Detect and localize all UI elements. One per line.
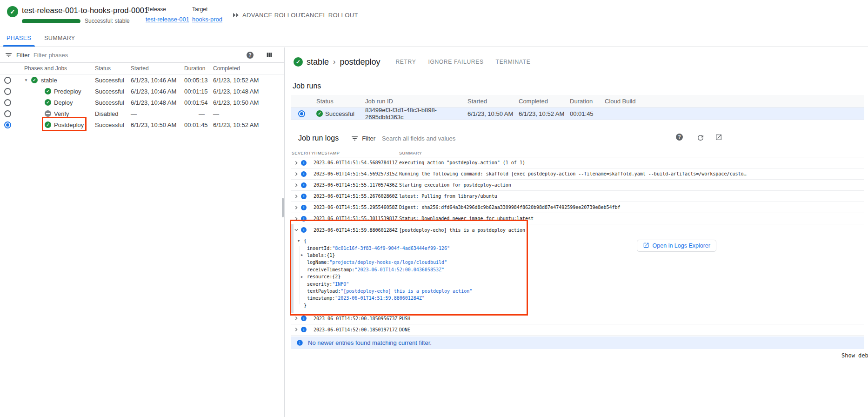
row-radio-deploy[interactable] [4,99,11,106]
collapse-chevron-icon[interactable] [294,228,299,232]
job-detail-panel: ✓ stable › postdeploy RETRYIGNORE FAILUR… [285,47,868,417]
json-key: receiveTimestamp: [307,267,354,272]
job-run-radio[interactable] [298,110,305,117]
phases-table-body: ▼✓stableSuccessful6/1/23, 10:46 AM00:05:… [0,74,284,130]
target-meta: Target hooks-prod [192,6,222,23]
phase-started: 6/1/23, 10:46 AM [131,77,184,84]
expand-chevron-icon[interactable] [294,172,299,176]
phase-duration: 00:01:45 [184,121,213,128]
collapse-toggle-icon[interactable]: ▼ [298,239,304,243]
job-runs-body: ✓Successful83499ef3-f3d1-48c3-b898-2695d… [291,108,864,120]
phases-help-icon[interactable]: ? [247,52,254,59]
json-value: {2} [332,274,341,279]
log-entry[interactable]: i2023-06-01T14:51:55.295546058ZDigest: s… [291,202,864,213]
expand-chevron-icon[interactable] [294,216,299,221]
table-row-verify[interactable]: VerifyDisabled——— [0,108,284,119]
log-entry[interactable]: i2023-06-01T14:51:55.301153981ZStatus: D… [291,213,864,224]
expand-toggle-icon[interactable]: ▶ [301,253,307,257]
success-icon: ✓ [45,88,51,94]
json-line: } [298,302,864,309]
logs-search-input[interactable] [382,135,577,142]
logs-help-icon[interactable]: ? [676,134,683,141]
phases-column-header: Started [131,65,184,72]
json-key: labels: [307,253,327,258]
release-link[interactable]: test-release-001 [146,16,189,23]
tab-summary[interactable]: SUMMARY [38,30,81,47]
phase-status: Disabled [95,110,131,117]
table-row-postdeploy[interactable]: ✓PostdeploySuccessful6/1/23, 10:50 AM00:… [0,119,284,130]
table-row-deploy[interactable]: ✓DeploySuccessful6/1/23, 10:48 AM00:01:5… [0,97,284,108]
refresh-icon[interactable] [696,134,705,142]
json-key: resource: [307,274,332,279]
log-entry[interactable]: i2023-06-01T14:51:59.880601284Z[postdepl… [291,224,864,235]
logs-column-header: SEVERITY [291,151,314,155]
phase-job-name: Postdeploy [54,121,84,128]
log-entry[interactable]: i2023-06-01T14:52:00.185019717ZDONE [291,324,864,336]
log-summary: [postdeploy-echo] this is a postdeploy a… [399,228,864,233]
logs-footer-notice: No newer entries found matching current … [291,336,864,349]
success-icon: ✓ [316,110,323,117]
breadcrumb-separator-icon: › [333,58,335,66]
target-label: Target [192,6,222,13]
log-timestamp: 2023-06-01T14:51:54.568978411Z [314,160,399,165]
log-summary: DONE [399,327,864,332]
job-run-logs-title: Job run logs [298,134,339,142]
column-settings-icon[interactable] [266,51,273,59]
log-timestamp: 2023-06-01T14:51:54.569257315Z [314,171,399,176]
open-in-logs-explorer-button[interactable]: Open in Logs Explorer [637,240,716,252]
filter-label: Filter [16,52,30,59]
row-radio-verify[interactable] [4,110,11,117]
ignore-failures-button[interactable]: IGNORE FAILURES [422,56,489,68]
expand-chevron-icon[interactable] [294,194,299,199]
log-entry[interactable]: i2023-06-01T14:51:54.569257315ZRunning t… [291,168,864,180]
tab-phases[interactable]: PHASES [0,30,38,47]
row-radio-predeploy[interactable] [4,88,11,95]
phase-started: 6/1/23, 10:46 AM [131,88,184,95]
log-entry-expanded: i2023-06-01T14:51:59.880601284Z[postdepl… [291,224,864,313]
expand-chevron-icon[interactable] [294,316,299,321]
row-radio-postdeploy[interactable] [4,121,11,128]
table-row-stable[interactable]: ▼✓stableSuccessful6/1/23, 10:46 AM00:05:… [0,74,284,86]
log-timestamp: 2023-06-01T14:51:55.301153981Z [314,216,399,221]
log-entry[interactable]: i2023-06-01T14:51:55.117057436ZStarting … [291,180,864,191]
phase-status: Successful [95,77,131,84]
info-severity-icon: i [301,160,307,166]
expand-chevron-icon[interactable] [294,183,299,188]
open-in-new-icon[interactable] [715,134,722,141]
show-debug-link[interactable]: Show debug p [841,352,864,359]
job-run-started: 6/1/23, 10:50 AM [467,110,519,117]
json-key: insertId: [307,246,332,251]
phase-completed: 6/1/23, 10:52 AM [213,77,284,84]
job-run-status: Successful [325,110,354,117]
json-value: {1} [327,253,335,258]
filter-phases-input[interactable] [33,52,243,59]
phase-duration: 00:01:15 [184,88,213,95]
log-entry[interactable]: i2023-06-01T14:51:55.267602860Zlatest: P… [291,191,864,202]
expand-chevron-icon[interactable] [294,205,299,210]
logs-filter-icon[interactable] [351,135,359,142]
collapse-arrow-icon[interactable]: ▼ [24,78,28,82]
job-detail-header: ✓ stable › postdeploy RETRYIGNORE FAILUR… [294,56,868,68]
log-timestamp: 2023-06-01T14:52:00.185019717Z [314,327,399,332]
json-line: receiveTimestamp: "2023-06-01T14:52:00.0… [301,266,864,273]
cancel-rollout-button[interactable]: CANCEL ROLLOUT [296,9,363,21]
json-key: textPayload: [307,289,341,294]
phases-column-header: Duration [184,65,213,72]
scrollbar-thumb[interactable] [282,198,284,217]
log-entry[interactable]: i2023-06-01T14:52:00.185095673ZPUSH [291,313,864,324]
job-run-logs-toolbar: Job run logs Filter ? [291,131,864,145]
success-icon: ✓ [45,121,51,128]
terminate-button[interactable]: TERMINATE [490,56,537,68]
json-line: ▶resource: {2} [301,273,864,280]
job-run-row[interactable]: ✓Successful83499ef3-f3d1-48c3-b898-2695d… [291,108,864,120]
table-row-predeploy[interactable]: ✓PredeploySuccessful6/1/23, 10:46 AM00:0… [0,86,284,97]
retry-button[interactable]: RETRY [389,56,422,68]
expand-chevron-icon[interactable] [294,161,299,165]
row-radio-stable[interactable] [4,77,11,84]
info-severity-icon: i [301,216,307,222]
expand-chevron-icon[interactable] [294,327,299,332]
json-key: timestamp: [307,296,335,301]
log-entry[interactable]: i2023-06-01T14:51:54.568978411Zexecuting… [291,157,864,168]
target-link[interactable]: hooks-prod [192,16,222,23]
expand-toggle-icon[interactable]: ▶ [301,275,307,279]
